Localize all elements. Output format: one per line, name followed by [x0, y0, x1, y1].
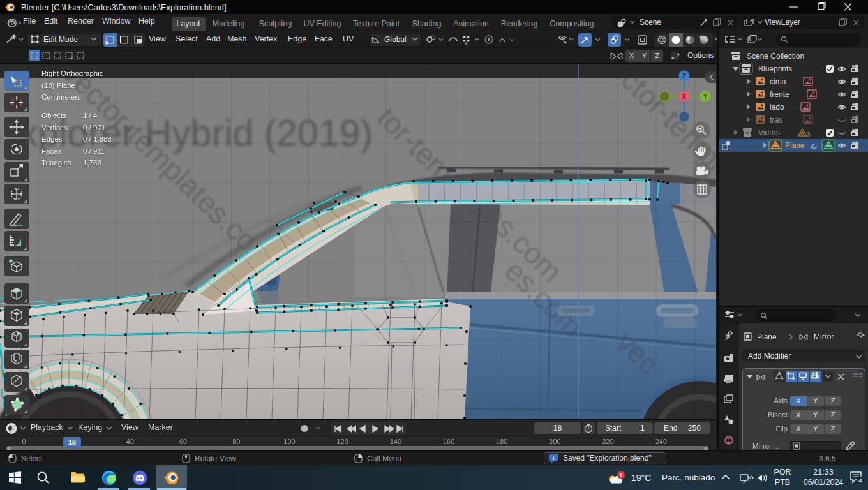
svg-text:xplorer Hybrid (2019): xplorer Hybrid (2019): [19, 112, 373, 154]
svg-text:Z: Z: [682, 73, 686, 80]
svg-text:1: 1: [619, 471, 622, 479]
svg-text:4: 4: [858, 477, 862, 484]
svg-text:X: X: [682, 93, 687, 100]
svg-text:i: i: [553, 455, 555, 461]
svg-text:Y: Y: [703, 93, 708, 100]
